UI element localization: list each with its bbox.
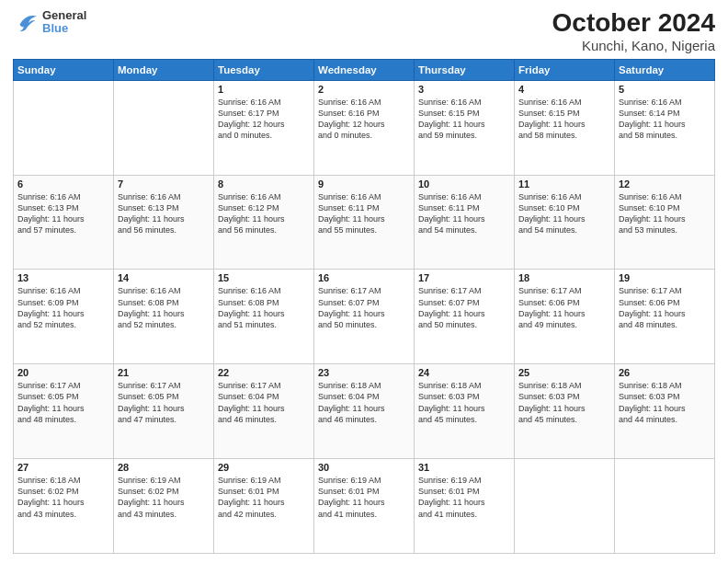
table-cell: 21Sunrise: 6:17 AM Sunset: 6:05 PM Dayli… <box>114 364 214 459</box>
day-number: 10 <box>418 178 510 190</box>
logo: General Blue <box>13 9 86 36</box>
col-monday: Monday <box>114 59 214 80</box>
col-sunday: Sunday <box>14 59 114 80</box>
day-number: 11 <box>518 178 610 190</box>
day-number: 15 <box>218 272 310 283</box>
table-cell: 23Sunrise: 6:18 AM Sunset: 6:04 PM Dayli… <box>314 364 415 459</box>
day-content: Sunrise: 6:19 AM Sunset: 6:02 PM Dayligh… <box>118 475 210 520</box>
day-number: 20 <box>17 367 109 378</box>
table-cell: 22Sunrise: 6:17 AM Sunset: 6:04 PM Dayli… <box>214 364 314 459</box>
table-cell: 29Sunrise: 6:19 AM Sunset: 6:01 PM Dayli… <box>214 459 314 554</box>
day-content: Sunrise: 6:18 AM Sunset: 6:04 PM Dayligh… <box>318 380 410 425</box>
logo-icon <box>13 9 39 35</box>
table-cell: 15Sunrise: 6:16 AM Sunset: 6:08 PM Dayli… <box>214 270 314 364</box>
day-content: Sunrise: 6:17 AM Sunset: 6:07 PM Dayligh… <box>418 285 510 330</box>
day-content: Sunrise: 6:16 AM Sunset: 6:09 PM Dayligh… <box>17 285 109 330</box>
table-cell <box>615 459 715 554</box>
day-number: 28 <box>118 462 210 473</box>
table-cell: 8Sunrise: 6:16 AM Sunset: 6:12 PM Daylig… <box>214 175 314 270</box>
day-content: Sunrise: 6:19 AM Sunset: 6:01 PM Dayligh… <box>418 475 510 520</box>
table-cell: 28Sunrise: 6:19 AM Sunset: 6:02 PM Dayli… <box>114 459 214 554</box>
day-content: Sunrise: 6:16 AM Sunset: 6:16 PM Dayligh… <box>318 97 410 142</box>
title-block: October 2024 Kunchi, Kano, Nigeria <box>552 9 715 53</box>
table-cell: 31Sunrise: 6:19 AM Sunset: 6:01 PM Dayli… <box>415 459 515 554</box>
calendar-table: Sunday Monday Tuesday Wednesday Thursday… <box>13 59 715 554</box>
day-number: 17 <box>418 272 510 283</box>
page: General Blue October 2024 Kunchi, Kano, … <box>0 0 728 563</box>
logo-text: General Blue <box>42 9 86 36</box>
day-number: 4 <box>518 84 610 95</box>
day-number: 23 <box>318 367 410 378</box>
day-number: 22 <box>218 367 310 378</box>
table-cell: 6Sunrise: 6:16 AM Sunset: 6:13 PM Daylig… <box>14 175 114 270</box>
day-number: 31 <box>418 462 510 473</box>
table-cell: 9Sunrise: 6:16 AM Sunset: 6:11 PM Daylig… <box>314 175 415 270</box>
day-number: 19 <box>619 272 711 283</box>
calendar-header-row: Sunday Monday Tuesday Wednesday Thursday… <box>14 59 715 80</box>
day-content: Sunrise: 6:16 AM Sunset: 6:15 PM Dayligh… <box>418 97 510 142</box>
day-content: Sunrise: 6:17 AM Sunset: 6:05 PM Dayligh… <box>118 380 210 425</box>
col-tuesday: Tuesday <box>214 59 314 80</box>
col-friday: Friday <box>515 59 615 80</box>
day-content: Sunrise: 6:17 AM Sunset: 6:05 PM Dayligh… <box>17 380 109 425</box>
day-content: Sunrise: 6:17 AM Sunset: 6:07 PM Dayligh… <box>318 285 410 330</box>
day-number: 13 <box>17 272 109 283</box>
day-content: Sunrise: 6:17 AM Sunset: 6:06 PM Dayligh… <box>518 285 610 330</box>
table-cell <box>114 80 214 175</box>
day-number: 12 <box>619 178 711 190</box>
day-content: Sunrise: 6:16 AM Sunset: 6:08 PM Dayligh… <box>218 285 310 330</box>
day-content: Sunrise: 6:16 AM Sunset: 6:10 PM Dayligh… <box>619 191 711 236</box>
week-row-2: 6Sunrise: 6:16 AM Sunset: 6:13 PM Daylig… <box>14 175 715 270</box>
week-row-4: 20Sunrise: 6:17 AM Sunset: 6:05 PM Dayli… <box>14 364 715 459</box>
table-cell: 12Sunrise: 6:16 AM Sunset: 6:10 PM Dayli… <box>615 175 715 270</box>
col-thursday: Thursday <box>415 59 515 80</box>
table-cell: 2Sunrise: 6:16 AM Sunset: 6:16 PM Daylig… <box>314 80 415 175</box>
day-number: 9 <box>318 178 410 190</box>
day-number: 26 <box>619 367 711 378</box>
day-number: 29 <box>218 462 310 473</box>
table-cell <box>515 459 615 554</box>
table-cell: 20Sunrise: 6:17 AM Sunset: 6:05 PM Dayli… <box>14 364 114 459</box>
col-saturday: Saturday <box>615 59 715 80</box>
day-number: 14 <box>118 272 210 283</box>
day-number: 8 <box>218 178 310 190</box>
table-cell: 7Sunrise: 6:16 AM Sunset: 6:13 PM Daylig… <box>114 175 214 270</box>
day-number: 5 <box>619 84 711 95</box>
day-content: Sunrise: 6:18 AM Sunset: 6:03 PM Dayligh… <box>518 380 610 425</box>
day-content: Sunrise: 6:16 AM Sunset: 6:13 PM Dayligh… <box>118 191 210 236</box>
day-content: Sunrise: 6:16 AM Sunset: 6:11 PM Dayligh… <box>418 191 510 236</box>
day-number: 3 <box>418 84 510 95</box>
day-number: 18 <box>518 272 610 283</box>
table-cell: 16Sunrise: 6:17 AM Sunset: 6:07 PM Dayli… <box>314 270 415 364</box>
day-number: 21 <box>118 367 210 378</box>
calendar-title: October 2024 <box>552 9 715 38</box>
table-cell: 1Sunrise: 6:16 AM Sunset: 6:17 PM Daylig… <box>214 80 314 175</box>
calendar-subtitle: Kunchi, Kano, Nigeria <box>552 38 715 53</box>
day-number: 25 <box>518 367 610 378</box>
day-number: 24 <box>418 367 510 378</box>
day-content: Sunrise: 6:17 AM Sunset: 6:06 PM Dayligh… <box>619 285 711 330</box>
table-cell: 27Sunrise: 6:18 AM Sunset: 6:02 PM Dayli… <box>14 459 114 554</box>
table-cell: 19Sunrise: 6:17 AM Sunset: 6:06 PM Dayli… <box>615 270 715 364</box>
table-cell: 3Sunrise: 6:16 AM Sunset: 6:15 PM Daylig… <box>415 80 515 175</box>
col-wednesday: Wednesday <box>314 59 415 80</box>
day-number: 1 <box>218 84 310 95</box>
day-number: 30 <box>318 462 410 473</box>
day-content: Sunrise: 6:16 AM Sunset: 6:08 PM Dayligh… <box>118 285 210 330</box>
day-content: Sunrise: 6:18 AM Sunset: 6:03 PM Dayligh… <box>619 380 711 425</box>
day-number: 6 <box>17 178 109 190</box>
day-content: Sunrise: 6:16 AM Sunset: 6:14 PM Dayligh… <box>619 97 711 142</box>
day-number: 27 <box>17 462 109 473</box>
week-row-3: 13Sunrise: 6:16 AM Sunset: 6:09 PM Dayli… <box>14 270 715 364</box>
table-cell: 25Sunrise: 6:18 AM Sunset: 6:03 PM Dayli… <box>515 364 615 459</box>
logo-line1: General <box>42 9 86 22</box>
day-content: Sunrise: 6:17 AM Sunset: 6:04 PM Dayligh… <box>218 380 310 425</box>
table-cell: 24Sunrise: 6:18 AM Sunset: 6:03 PM Dayli… <box>415 364 515 459</box>
table-cell: 30Sunrise: 6:19 AM Sunset: 6:01 PM Dayli… <box>314 459 415 554</box>
logo-line2: Blue <box>42 22 86 35</box>
table-cell: 17Sunrise: 6:17 AM Sunset: 6:07 PM Dayli… <box>415 270 515 364</box>
day-content: Sunrise: 6:18 AM Sunset: 6:03 PM Dayligh… <box>418 380 510 425</box>
table-cell: 4Sunrise: 6:16 AM Sunset: 6:15 PM Daylig… <box>515 80 615 175</box>
day-content: Sunrise: 6:16 AM Sunset: 6:17 PM Dayligh… <box>218 97 310 142</box>
day-content: Sunrise: 6:16 AM Sunset: 6:13 PM Dayligh… <box>17 191 109 236</box>
